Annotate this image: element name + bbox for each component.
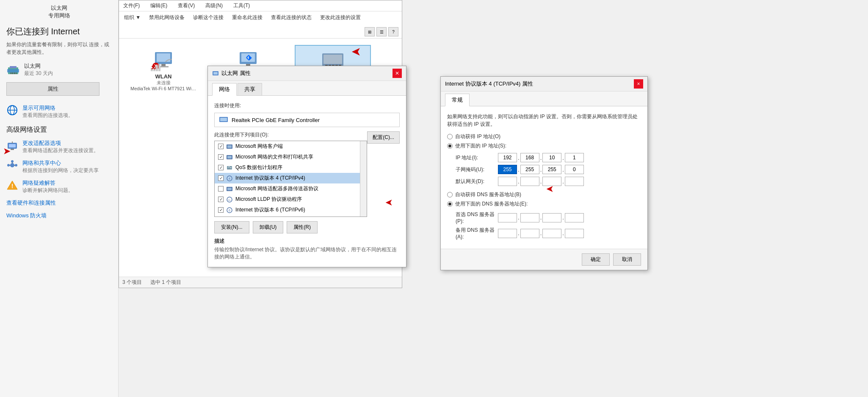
connected-desc: 如果你的流量套餐有限制，则你可以 连接，或者更改其他属性。 <box>6 41 112 56</box>
list-item-multipath[interactable]: Microsoft 网络适配器多路传送器协议 <box>215 183 367 194</box>
describe-section: 描述 传输控制协议/Internet 协议。该协议是默认的广域网络协议，用于在不… <box>214 238 400 261</box>
config-button[interactable]: 配置(C)... <box>367 131 400 144</box>
action-change-settings[interactable]: 更改此连接的设置 <box>318 13 362 22</box>
qos-icon <box>226 164 233 171</box>
svg-rect-46 <box>227 145 232 148</box>
uninstall-button[interactable]: 卸载(U) <box>253 221 284 233</box>
menu-view[interactable]: 查看(V) <box>176 1 197 10</box>
action-disable[interactable]: 禁用此网络设备 <box>147 13 186 22</box>
auto-ip-radio[interactable] <box>447 134 453 139</box>
manual-dns-row[interactable]: 使用下面的 DNS 服务器地址(E): <box>447 200 641 208</box>
list-item-ipv6[interactable]: 6 Internet 协议版本 6 (TCP/IPv6) <box>215 205 367 215</box>
auto-dns-radio[interactable] <box>447 192 453 197</box>
ipv4-bottom-btns: 确定 取消 <box>441 249 647 270</box>
checkbox-ms-client[interactable] <box>218 144 224 149</box>
ethernet-item: 以太网 最近 30 天内 <box>6 62 112 77</box>
action-view-status[interactable]: 查看此连接的状态 <box>269 13 313 22</box>
ethernet-dialog-tabs: 网络 共享 <box>208 81 406 96</box>
gateway-seg-1[interactable] <box>498 177 517 186</box>
secondary-dns-seg-2[interactable] <box>520 229 539 238</box>
help-icon-btn[interactable]: ? <box>388 27 398 36</box>
primary-dns-seg-1[interactable] <box>498 213 517 222</box>
list-item-ipv4[interactable]: 4 Internet 协议版本 4 (TCP/IPv4) <box>215 173 367 183</box>
primary-dns-row: 首选 DNS 服务器(P): . . . <box>456 211 641 224</box>
wlan-card[interactable]: ✕ ✕ WLAN 未连接 MediaTek Wi-Fi 6 MT7921 Wir… <box>125 45 202 97</box>
checkbox-qos[interactable] <box>218 165 224 170</box>
secondary-dns-seg-3[interactable] <box>542 229 561 238</box>
subnet-seg-2[interactable] <box>520 165 539 174</box>
ipv4-ok-btn[interactable]: 确定 <box>582 253 610 266</box>
checkbox-multipath[interactable] <box>218 186 224 192</box>
primary-dns-seg-2[interactable] <box>520 213 539 222</box>
ip-seg-4[interactable] <box>565 153 584 162</box>
ip-radio-group: 自动获得 IP 地址(O) 使用下面的 IP 地址(S): <box>447 133 641 150</box>
ethernet-label: 以太网 <box>24 62 53 70</box>
list-item-qos[interactable]: QoS 数据包计划程序 <box>215 162 367 173</box>
action-organize[interactable]: 组织 ▼ <box>122 13 142 22</box>
firewall-item[interactable]: Windows 防火墙 <box>6 212 112 219</box>
manual-dns-radio[interactable] <box>447 201 453 207</box>
tab-share[interactable]: 共享 <box>238 83 262 95</box>
checkbox-file-share[interactable] <box>218 154 224 160</box>
manual-ip-row[interactable]: 使用下面的 IP 地址(S): <box>447 142 641 150</box>
ip-seg-2[interactable] <box>520 153 539 162</box>
ipv4-cancel-btn[interactable]: 取消 <box>613 253 641 266</box>
subnet-seg-3[interactable] <box>542 165 561 174</box>
menu-file[interactable]: 文件(F) <box>121 1 142 10</box>
ethernet-dialog-close[interactable]: ✕ <box>393 69 402 78</box>
connected-title: 你已连接到 Internet <box>6 26 112 37</box>
secondary-dns-seg-4[interactable] <box>565 229 584 238</box>
list-item-file-share[interactable]: Microsoft 网络的文件和打印机共享 <box>215 152 367 162</box>
menu-advanced[interactable]: 高级(N) <box>203 1 225 10</box>
secondary-dns-seg-1[interactable] <box>498 229 517 238</box>
primary-dns-seg-4[interactable] <box>565 213 584 222</box>
troubleshoot-item[interactable]: ! 网络疑难解答 诊断并解决网络问题。 <box>6 179 112 194</box>
list-icon-btn[interactable]: ☰ <box>376 27 387 36</box>
adapter-options-item[interactable]: 更改适配器选项 查看网络适配器并更改连接设置。 <box>6 139 112 154</box>
install-button[interactable]: 安装(N)... <box>214 221 249 233</box>
list-scrollbar[interactable] <box>360 141 367 217</box>
lldp-icon: LL <box>226 196 233 203</box>
subnet-seg-4[interactable] <box>565 165 584 174</box>
ip-seg-1[interactable] <box>498 153 517 162</box>
primary-dns-seg-3[interactable] <box>542 213 561 222</box>
action-diagnose[interactable]: 诊断这个连接 <box>191 13 225 22</box>
display-networks-desc: 查看周围的连接选项。 <box>22 112 73 119</box>
list-item-ms-client[interactable]: Microsoft 网络客户端 <box>215 141 367 152</box>
view-icon-btn[interactable]: ⊞ <box>365 27 375 36</box>
action-rename[interactable]: 重命名此连接 <box>230 13 264 22</box>
ipv6-label: Internet 协议版本 6 (TCP/IPv6) <box>235 206 305 214</box>
list-item-topology[interactable]: 链路层拓扑发现响应程序 <box>215 215 367 217</box>
secondary-dns-label: 备用 DNS 服务器(A): <box>456 227 498 240</box>
display-networks-item[interactable]: 显示可用网络 查看周围的连接选项。 <box>6 104 112 119</box>
ip-seg-3[interactable] <box>542 153 561 162</box>
list-item-lldp[interactable]: LL Microsoft LLDP 协议驱动程序 <box>215 194 367 205</box>
secondary-dns-input-group: . . . <box>498 229 584 238</box>
file-share-icon <box>226 154 233 161</box>
subnet-seg-1[interactable] <box>498 165 517 174</box>
ipv4-dialog-close[interactable]: × <box>634 79 643 89</box>
menu-edit[interactable]: 编辑(E) <box>148 1 169 10</box>
dialog-action-btns: 安装(N)... 卸载(U) 属性(R) <box>214 221 400 233</box>
network-type-label: 以太网 专用网络 <box>6 4 112 19</box>
tab-network[interactable]: 网络 <box>212 83 237 96</box>
checkbox-lldp[interactable] <box>218 197 224 202</box>
hardware-props-item[interactable]: 查看硬件和连接属性 <box>6 199 112 207</box>
auto-dns-row[interactable]: 自动获得 DNS 服务器地址(B) <box>447 191 641 198</box>
gateway-seg-2[interactable] <box>520 177 539 186</box>
tab-general[interactable]: 常规 <box>445 94 470 106</box>
firewall-title: Windows 防火墙 <box>6 212 47 219</box>
svg-rect-30 <box>241 53 255 62</box>
toolbar-icons: ⊞ ☰ ? <box>365 27 398 36</box>
manual-ip-radio[interactable] <box>447 143 453 149</box>
checkbox-ipv4[interactable] <box>218 175 224 181</box>
network-center-item[interactable]: 网络和共享中心 根据所连接到的网络，决定要共享 <box>6 159 112 174</box>
properties-button[interactable]: 属性 <box>6 82 100 96</box>
properties-button-dialog[interactable]: 属性(R) <box>287 221 318 233</box>
gateway-seg-4[interactable] <box>565 177 584 186</box>
ms-client-icon <box>226 143 233 150</box>
auto-ip-row[interactable]: 自动获得 IP 地址(O) <box>447 133 641 140</box>
checkbox-ipv6[interactable] <box>218 207 224 213</box>
menu-tools[interactable]: 工具(T) <box>231 1 252 10</box>
secondary-dns-row: 备用 DNS 服务器(A): . . . <box>456 227 641 240</box>
